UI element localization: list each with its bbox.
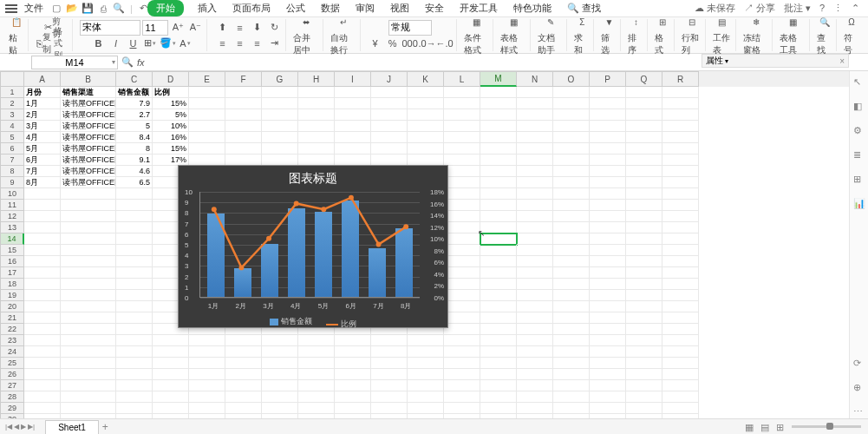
row-header[interactable]: 26 [0, 369, 24, 380]
cell[interactable] [408, 391, 444, 403]
cell[interactable] [662, 143, 699, 155]
row-header[interactable]: 3 [0, 109, 24, 121]
cell[interactable] [626, 177, 662, 188]
cell[interactable] [626, 245, 662, 256]
cell[interactable] [553, 245, 590, 256]
col-header[interactable]: Q [626, 71, 662, 87]
cell[interactable] [225, 143, 262, 155]
cell[interactable] [61, 200, 116, 211]
cell[interactable] [626, 380, 662, 391]
cell[interactable] [444, 324, 480, 335]
cell[interactable] [335, 87, 371, 98]
cell[interactable] [335, 132, 371, 143]
cell[interactable] [590, 380, 626, 391]
cell[interactable] [626, 256, 662, 267]
cell[interactable] [24, 358, 61, 369]
cell[interactable] [480, 109, 517, 121]
sort-button[interactable]: ↕排序 [628, 14, 643, 56]
cell[interactable]: 读书屋OFFICE网 [61, 98, 116, 109]
cell[interactable] [662, 98, 699, 109]
cell[interactable] [371, 121, 408, 132]
cell[interactable] [225, 346, 262, 358]
cell[interactable] [590, 233, 626, 245]
font-name-select[interactable] [80, 20, 140, 36]
cell[interactable] [626, 358, 662, 369]
worksheet-button[interactable]: ▤工作表 [713, 14, 732, 56]
tab-data[interactable]: 数据 [319, 0, 342, 16]
cell[interactable] [662, 245, 699, 256]
col-header[interactable]: K [408, 71, 444, 87]
col-header[interactable]: N [517, 71, 553, 87]
cell[interactable] [590, 177, 626, 188]
cell[interactable] [553, 98, 590, 109]
cell[interactable] [371, 335, 408, 346]
cell[interactable] [590, 222, 626, 233]
col-header[interactable]: C [116, 71, 153, 87]
cell[interactable] [553, 301, 590, 312]
cell[interactable] [517, 267, 553, 279]
cell[interactable] [262, 121, 298, 132]
cell[interactable] [553, 132, 590, 143]
cell[interactable] [553, 188, 590, 200]
cell[interactable]: 月份 [24, 87, 61, 98]
cell[interactable] [408, 335, 444, 346]
cell[interactable] [444, 188, 480, 200]
cell[interactable]: 5% [153, 109, 189, 121]
fx-icon[interactable]: 🔍 [121, 56, 134, 68]
cell[interactable] [517, 222, 553, 233]
cell[interactable] [517, 233, 553, 245]
cell[interactable] [262, 87, 298, 98]
tab-formula[interactable]: 公式 [284, 0, 307, 16]
cell[interactable]: 7月 [24, 166, 61, 177]
cell[interactable] [590, 87, 626, 98]
col-header[interactable]: R [662, 71, 699, 87]
row-header[interactable]: 18 [0, 279, 24, 290]
cell[interactable] [24, 245, 61, 256]
cell[interactable] [189, 380, 225, 391]
tab-special[interactable]: 特色功能 [512, 0, 553, 16]
cell[interactable] [517, 245, 553, 256]
cell[interactable] [553, 143, 590, 155]
cell[interactable] [480, 267, 517, 279]
find-button[interactable]: 🔍查找 [817, 14, 832, 56]
cell[interactable] [553, 222, 590, 233]
cell[interactable]: 15% [153, 98, 189, 109]
cell[interactable] [480, 98, 517, 109]
row-header[interactable]: 17 [0, 267, 24, 279]
cell[interactable] [24, 211, 61, 222]
cell[interactable] [553, 403, 590, 414]
cell[interactable] [444, 301, 480, 312]
cell[interactable] [61, 391, 116, 403]
cell[interactable] [262, 143, 298, 155]
cell[interactable] [371, 132, 408, 143]
cell[interactable]: 5月 [24, 143, 61, 155]
cell[interactable] [553, 166, 590, 177]
cell[interactable] [480, 121, 517, 132]
cell[interactable] [553, 335, 590, 346]
cell[interactable] [444, 132, 480, 143]
cell[interactable] [298, 346, 335, 358]
cell[interactable] [626, 222, 662, 233]
cell[interactable] [335, 358, 371, 369]
col-header[interactable]: L [444, 71, 480, 87]
cell[interactable] [444, 380, 480, 391]
cell[interactable] [116, 324, 153, 335]
cell[interactable] [480, 87, 517, 98]
cell[interactable] [298, 380, 335, 391]
cell[interactable] [444, 369, 480, 380]
add-sheet-button[interactable]: + [102, 421, 108, 433]
cell[interactable] [24, 403, 61, 414]
cell[interactable] [553, 200, 590, 211]
cell[interactable] [298, 403, 335, 414]
align-bottom-icon[interactable]: ⬇ [249, 20, 264, 36]
cell[interactable] [553, 155, 590, 166]
col-header[interactable]: J [371, 71, 408, 87]
align-middle-icon[interactable]: ≡ [232, 20, 247, 36]
font-color-button[interactable]: A▾ [177, 36, 193, 51]
cell[interactable] [408, 403, 444, 414]
cell[interactable] [24, 267, 61, 279]
cell[interactable] [335, 346, 371, 358]
cell[interactable] [262, 98, 298, 109]
chart-side-icon[interactable]: 📊 [853, 198, 865, 210]
cell[interactable] [408, 121, 444, 132]
